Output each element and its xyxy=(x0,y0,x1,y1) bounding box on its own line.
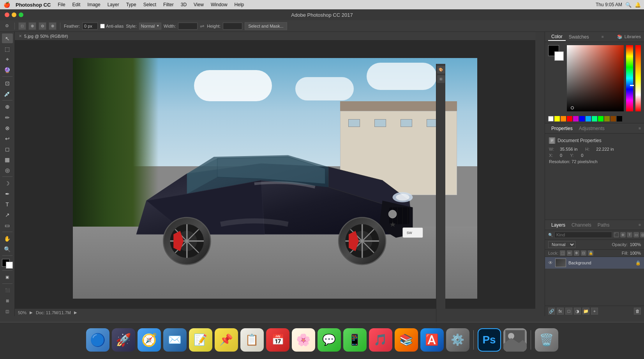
filter-pixel-icon[interactable]: ⬛ xyxy=(614,232,619,238)
tab-swatches[interactable]: Swatches xyxy=(566,33,592,40)
color-picker-marker[interactable] xyxy=(571,106,574,109)
dock-finder[interactable]: 🔵 xyxy=(86,328,109,352)
dock-music[interactable]: 🎵 xyxy=(369,328,392,352)
blend-mode-dropdown[interactable]: Normal xyxy=(548,241,575,248)
tool-preset-icon[interactable]: ⚙ xyxy=(3,22,11,30)
color-panel-icon[interactable]: 🎨 xyxy=(437,66,445,74)
layers-panel-menu[interactable]: ≡ xyxy=(639,223,641,227)
menu-file[interactable]: File xyxy=(55,1,68,8)
dock-mail[interactable]: ✉️ xyxy=(163,328,187,352)
menu-filter[interactable]: Filter xyxy=(160,1,177,8)
gradient-tool[interactable]: ▦ xyxy=(2,155,13,164)
dock-notes[interactable]: 📝 xyxy=(189,328,212,352)
anti-alias-checkbox[interactable] xyxy=(100,24,105,28)
opacity-slider[interactable] xyxy=(635,45,641,111)
add-sel-btn[interactable]: ⊕ xyxy=(28,22,36,30)
tab-channels[interactable]: Channels xyxy=(568,222,595,229)
lock-transparent-icon[interactable]: ⬚ xyxy=(560,250,565,256)
dock-stickies[interactable]: 📌 xyxy=(215,328,238,352)
healing-tool[interactable]: ⊕ xyxy=(2,102,13,112)
dock-messages[interactable]: 💬 xyxy=(318,328,341,352)
dock-reminders[interactable]: 📋 xyxy=(240,328,264,352)
tab-color[interactable]: Color xyxy=(548,33,566,41)
dock-photos[interactable]: 🌸 xyxy=(292,328,315,352)
type-tool[interactable]: T xyxy=(2,199,13,209)
layers-kind-input[interactable] xyxy=(554,232,612,238)
intersect-sel-btn[interactable]: ⊗ xyxy=(49,22,56,30)
swatch-chip[interactable] xyxy=(586,116,591,121)
menu-type[interactable]: Type xyxy=(123,1,139,8)
swatch-chip[interactable] xyxy=(617,116,622,121)
fullscreen-button[interactable] xyxy=(19,12,23,17)
dock-photoshop[interactable]: Ps xyxy=(478,328,501,352)
swatch-chip[interactable] xyxy=(610,116,616,121)
status-arrow[interactable]: ▶ xyxy=(30,310,33,315)
tab-adjustments[interactable]: Adjustments xyxy=(576,125,608,132)
canvas-wrapper[interactable]: SW xyxy=(15,40,535,316)
main-canvas[interactable]: SW xyxy=(73,58,477,299)
lock-position-icon[interactable]: ✥ xyxy=(574,250,579,256)
dock-launchpad[interactable]: 🚀 xyxy=(112,328,135,352)
quick-select-tool[interactable]: 🔮 xyxy=(2,65,13,75)
brush-tool[interactable]: ✏ xyxy=(2,113,13,122)
select-and-mask-button[interactable]: Select and Mask... xyxy=(245,22,287,30)
add-style-btn[interactable]: fx xyxy=(557,308,564,315)
swatch-chip[interactable] xyxy=(561,116,566,121)
menu-window[interactable]: Window xyxy=(208,1,231,8)
new-sel-btn[interactable]: □ xyxy=(18,22,26,30)
fg-bg-swatches[interactable] xyxy=(548,45,564,61)
new-layer-btn[interactable]: + xyxy=(591,308,598,315)
menu-view[interactable]: View xyxy=(191,1,207,8)
move-tool[interactable]: ↖ xyxy=(2,33,13,43)
notification-icon[interactable]: 🔔 xyxy=(635,2,641,8)
swatch-chip[interactable] xyxy=(573,116,579,121)
frame-tool[interactable]: ⊞ xyxy=(2,296,13,306)
background-swatch[interactable] xyxy=(554,51,564,61)
menu-help[interactable]: Help xyxy=(231,1,247,8)
screen-mode-btn[interactable]: ⬛ xyxy=(2,285,13,295)
swatch-chip[interactable] xyxy=(579,116,585,121)
swatch-chip[interactable] xyxy=(548,116,554,121)
dock-appstore[interactable]: 🅰️ xyxy=(420,328,444,352)
height-input[interactable] xyxy=(223,23,242,30)
hand-tool[interactable]: ✋ xyxy=(2,234,13,243)
libraries-btn[interactable]: 📚 Libraries xyxy=(617,34,641,39)
shape-tool[interactable]: ▭ xyxy=(2,220,13,230)
feather-input[interactable] xyxy=(82,23,98,30)
filter-shape-icon[interactable]: ▭ xyxy=(633,232,639,238)
dock-calendar[interactable]: 📅 xyxy=(266,328,289,352)
swap-wh-icon[interactable]: ⇌ xyxy=(200,23,205,29)
menu-3d[interactable]: 3D xyxy=(178,1,190,8)
quick-mask-btn[interactable]: ▣ xyxy=(2,272,13,282)
artboard-tool[interactable]: ◫ xyxy=(2,306,13,316)
filter-smart-icon[interactable]: ◎ xyxy=(640,232,644,238)
pen-tool[interactable]: ✒ xyxy=(2,189,13,199)
dock-trash[interactable]: 🗑️ xyxy=(535,328,558,352)
tab-properties[interactable]: Properties xyxy=(548,125,576,132)
tab-paths[interactable]: Paths xyxy=(595,222,613,229)
eyedropper-tool[interactable]: 💉 xyxy=(2,89,13,99)
lock-all-icon[interactable]: 🔒 xyxy=(588,250,593,256)
crop-tool[interactable]: ⊡ xyxy=(2,78,13,88)
marquee-tool[interactable]: ⬚ xyxy=(2,44,13,54)
hue-slider[interactable] xyxy=(626,45,633,111)
zoom-tool[interactable]: 🔍 xyxy=(2,244,13,254)
lock-artboard-icon[interactable]: ⊡ xyxy=(581,250,586,256)
swatch-chip[interactable] xyxy=(592,116,597,121)
tab-close-btn[interactable]: ✕ xyxy=(19,34,22,38)
status-more-arrow[interactable]: ▶ xyxy=(74,310,77,315)
swatch-chip[interactable] xyxy=(598,116,603,121)
new-fill-btn[interactable]: ◑ xyxy=(574,308,581,315)
lock-pixels-icon[interactable]: ✏ xyxy=(567,250,572,256)
swatch-chip[interactable] xyxy=(554,116,560,121)
dock-image-preview[interactable] xyxy=(503,328,527,352)
filter-type-icon[interactable]: T xyxy=(627,232,632,238)
dock-facetime[interactable]: 📱 xyxy=(343,328,367,352)
menu-edit[interactable]: Edit xyxy=(69,1,84,8)
clone-tool[interactable]: ⊗ xyxy=(2,123,13,133)
add-mask-btn[interactable]: □ xyxy=(565,308,572,315)
eraser-tool[interactable]: ◻ xyxy=(2,144,13,154)
width-input[interactable] xyxy=(178,23,198,30)
color-saturation-picker[interactable] xyxy=(567,45,624,111)
blur-tool[interactable]: ◎ xyxy=(2,165,13,175)
